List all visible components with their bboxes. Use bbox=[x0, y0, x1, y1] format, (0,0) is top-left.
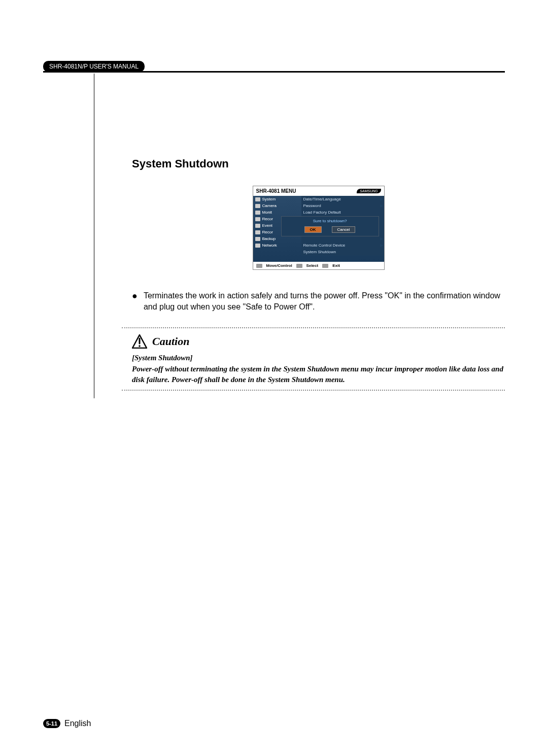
menu-footer: Move/Control Select Exit bbox=[253, 262, 384, 269]
side-rule bbox=[94, 74, 94, 398]
menu-figure: SHR-4081 MENU SAMSUNG System ▶ Camera ▶ … bbox=[253, 186, 385, 270]
bullet-dot-icon: ● bbox=[132, 290, 138, 312]
dotted-divider bbox=[122, 327, 505, 328]
caution-block: Caution [System Shutdown] Power-off with… bbox=[122, 327, 505, 391]
dotted-divider bbox=[122, 390, 505, 391]
event-icon bbox=[255, 224, 260, 228]
page-language: English bbox=[64, 719, 91, 728]
content-area: System Shutdown SHR-4081 MENU SAMSUNG Sy… bbox=[132, 157, 505, 312]
menu-title: SHR-4081 MENU bbox=[256, 188, 296, 194]
page-footer: 5-11 English bbox=[43, 719, 91, 728]
footer-select-label: Select bbox=[306, 263, 319, 268]
ok-button[interactable]: OK bbox=[304, 226, 322, 233]
monitor-icon bbox=[255, 211, 260, 215]
menu-key-icon bbox=[322, 264, 328, 268]
record-icon bbox=[255, 217, 260, 221]
caution-subhead: [System Shutdown] bbox=[132, 353, 505, 363]
confirm-dialog: Sure to shutdown? OK Cancel bbox=[281, 216, 379, 236]
bullet-paragraph: ● Terminates the work in action safely a… bbox=[132, 290, 505, 312]
header-chip: SHR-4081N/P USER'S MANUAL bbox=[43, 61, 145, 72]
submenu-item[interactable]: Password bbox=[301, 202, 384, 209]
bullet-text: Terminates the work in action safely and… bbox=[144, 290, 505, 312]
section-title: System Shutdown bbox=[132, 157, 505, 170]
svg-point-2 bbox=[139, 345, 141, 347]
warning-icon bbox=[132, 334, 147, 349]
submenu-item[interactable]: Load Factory Default bbox=[301, 209, 384, 216]
caution-text: Power-off without terminating the system… bbox=[132, 364, 505, 385]
submenu-item[interactable]: System Shutdown bbox=[301, 249, 384, 255]
footer-exit-label: Exit bbox=[332, 263, 340, 268]
tool-icon bbox=[255, 197, 260, 201]
header-rule bbox=[43, 71, 505, 73]
camera-icon bbox=[255, 204, 260, 208]
cancel-button[interactable]: Cancel bbox=[332, 226, 356, 233]
enter-icon bbox=[296, 264, 302, 268]
dpad-icon bbox=[256, 264, 262, 268]
network-icon bbox=[255, 244, 260, 248]
caution-label: Caution bbox=[152, 335, 189, 348]
menu-body: System ▶ Camera ▶ Monit Recor Event bbox=[253, 196, 384, 262]
page-number-badge: 5-11 bbox=[43, 719, 60, 728]
submenu-item[interactable]: Date/Time/Language bbox=[301, 196, 384, 202]
brand-badge: SAMSUNG bbox=[357, 189, 381, 193]
backup-icon bbox=[255, 237, 260, 241]
schedule-icon bbox=[255, 230, 260, 234]
dialog-question: Sure to shutdown? bbox=[285, 219, 375, 223]
submenu-item[interactable]: Remote Control Device bbox=[301, 242, 384, 249]
footer-move-label: Move/Control bbox=[266, 263, 292, 268]
menu-titlebar: SHR-4081 MENU SAMSUNG bbox=[253, 186, 384, 196]
